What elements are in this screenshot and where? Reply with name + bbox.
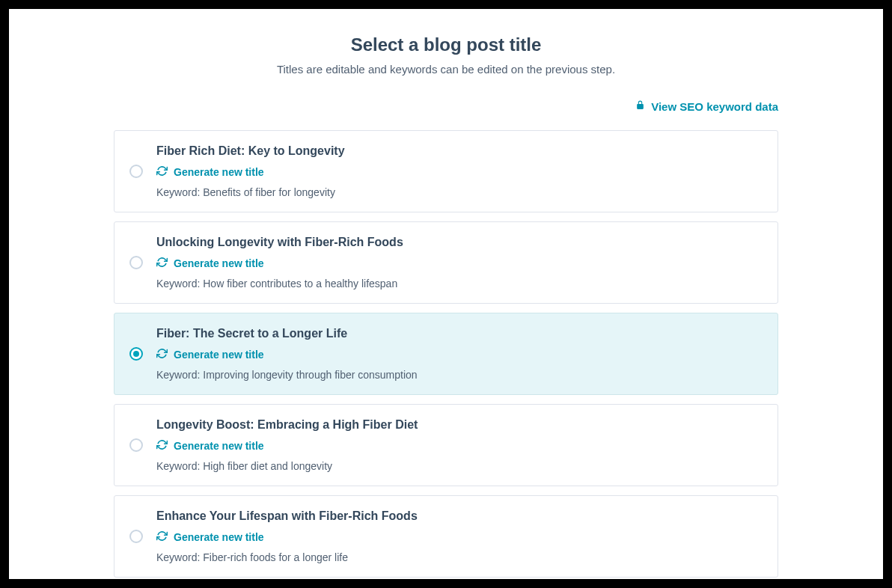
card-body: Enhance Your Lifespan with Fiber-Rich Fo…: [156, 509, 763, 563]
generate-label: Generate new title: [174, 166, 264, 178]
generate-new-title-link[interactable]: Generate new title: [156, 439, 264, 453]
keyword-line: Keyword: Improving longevity through fib…: [156, 369, 763, 381]
keyword-prefix: Keyword:: [156, 278, 203, 290]
keyword-value: Benefits of fiber for longevity: [203, 186, 335, 198]
refresh-icon: [156, 530, 168, 544]
generate-label: Generate new title: [174, 531, 264, 543]
title-option-card[interactable]: Fiber: The Secret to a Longer LifeGenera…: [114, 313, 778, 395]
title-option-card[interactable]: Unlocking Longevity with Fiber-Rich Food…: [114, 221, 778, 304]
generate-new-title-link[interactable]: Generate new title: [156, 257, 264, 270]
title-option-card[interactable]: Enhance Your Lifespan with Fiber-Rich Fo…: [114, 495, 778, 578]
radio-button[interactable]: [129, 438, 143, 452]
radio-button[interactable]: [129, 256, 143, 269]
keyword-prefix: Keyword:: [156, 186, 203, 198]
refresh-icon: [156, 165, 168, 179]
keyword-prefix: Keyword:: [156, 551, 203, 563]
option-title: Enhance Your Lifespan with Fiber-Rich Fo…: [156, 509, 763, 523]
seo-link-label: View SEO keyword data: [651, 100, 778, 113]
title-option-card[interactable]: Fiber Rich Diet: Key to LongevityGenerat…: [114, 130, 778, 212]
keyword-value: Fiber-rich foods for a longer life: [203, 551, 348, 563]
generate-label: Generate new title: [174, 257, 264, 269]
title-options-list: Fiber Rich Diet: Key to LongevityGenerat…: [114, 130, 778, 578]
keyword-line: Keyword: Benefits of fiber for longevity: [156, 186, 763, 198]
generate-label: Generate new title: [174, 349, 264, 361]
radio-button[interactable]: [129, 165, 143, 178]
page-subtitle: Titles are editable and keywords can be …: [9, 63, 883, 76]
keyword-value: Improving longevity through fiber consum…: [203, 369, 417, 381]
refresh-icon: [156, 439, 168, 453]
radio-button[interactable]: [129, 347, 143, 361]
card-body: Fiber Rich Diet: Key to LongevityGenerat…: [156, 144, 763, 198]
option-title: Fiber Rich Diet: Key to Longevity: [156, 144, 763, 158]
keyword-value: How fiber contributes to a healthy lifes…: [203, 278, 397, 290]
radio-button[interactable]: [129, 530, 143, 543]
page-title: Select a blog post title: [9, 34, 883, 55]
lock-icon: [635, 99, 645, 113]
option-title: Longevity Boost: Embracing a High Fiber …: [156, 418, 763, 432]
card-body: Unlocking Longevity with Fiber-Rich Food…: [156, 236, 763, 290]
generate-new-title-link[interactable]: Generate new title: [156, 165, 264, 179]
refresh-icon: [156, 348, 168, 361]
generate-new-title-link[interactable]: Generate new title: [156, 530, 264, 544]
card-body: Longevity Boost: Embracing a High Fiber …: [156, 418, 763, 472]
card-body: Fiber: The Secret to a Longer LifeGenera…: [156, 327, 763, 381]
keyword-line: Keyword: Fiber-rich foods for a longer l…: [156, 551, 763, 563]
option-title: Unlocking Longevity with Fiber-Rich Food…: [156, 236, 763, 249]
option-title: Fiber: The Secret to a Longer Life: [156, 327, 763, 340]
keyword-prefix: Keyword:: [156, 460, 203, 472]
generate-new-title-link[interactable]: Generate new title: [156, 348, 264, 361]
refresh-icon: [156, 257, 168, 270]
generate-label: Generate new title: [174, 440, 264, 452]
view-seo-keyword-data-link[interactable]: View SEO keyword data: [635, 99, 778, 113]
page-container: Select a blog post title Titles are edit…: [9, 9, 883, 579]
seo-row: View SEO keyword data: [114, 99, 778, 114]
keyword-value: High fiber diet and longevity: [203, 460, 332, 472]
keyword-prefix: Keyword:: [156, 369, 203, 381]
keyword-line: Keyword: How fiber contributes to a heal…: [156, 278, 763, 290]
title-option-card[interactable]: Longevity Boost: Embracing a High Fiber …: [114, 404, 778, 486]
keyword-line: Keyword: High fiber diet and longevity: [156, 460, 763, 472]
